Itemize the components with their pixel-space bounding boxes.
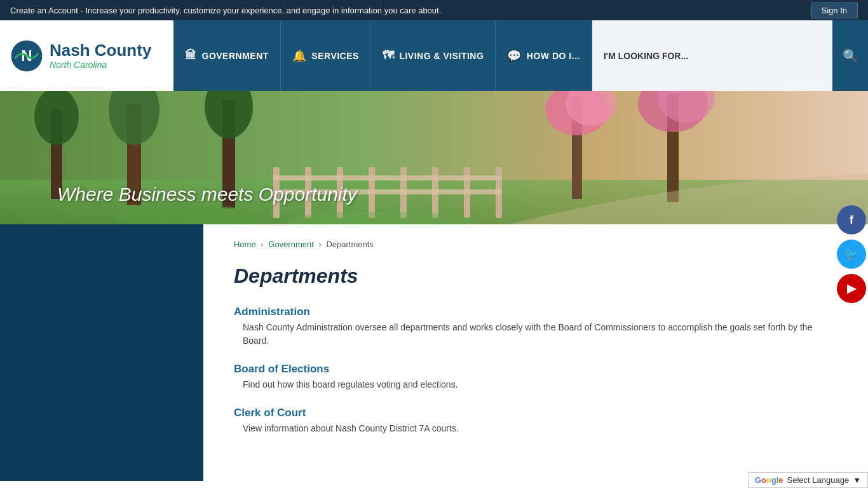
dept-elections-desc: Find out how this board regulates voting…	[234, 378, 837, 391]
content-area: Home › Government › Departments Departme…	[203, 224, 868, 481]
twitter-button[interactable]: 🐦	[837, 240, 866, 269]
breadcrumb-current: Departments	[326, 240, 373, 249]
language-label: Select Language	[787, 475, 850, 485]
logo-area[interactable]: N Nash County North Carolina	[0, 20, 173, 91]
breadcrumb-home[interactable]: Home	[234, 240, 256, 249]
nav-looking-for[interactable]: I'M LOOKING FOR...	[592, 20, 832, 91]
nav-government[interactable]: 🏛 GOVERNMENT	[173, 20, 281, 91]
youtube-button[interactable]: ▶	[837, 274, 866, 303]
services-icon: 🔔	[292, 49, 307, 63]
facebook-button[interactable]: f	[837, 205, 866, 234]
dept-elections: Board of Elections Find out how this boa…	[234, 363, 837, 391]
nav-search-button[interactable]: 🔍	[832, 20, 868, 91]
main-nav: 🏛 GOVERNMENT 🔔 SERVICES 🗺 LIVING & VISIT…	[173, 20, 868, 91]
sign-in-button[interactable]: Sign In	[811, 3, 858, 18]
breadcrumb-sep-2: ›	[318, 240, 321, 249]
language-arrow: ▼	[853, 475, 861, 485]
nav-living[interactable]: 🗺 LIVING & VISITING	[371, 20, 496, 91]
nav-howdoi-label: HOW DO I...	[527, 51, 580, 61]
google-logo: Google	[755, 475, 783, 485]
main-content: Home › Government › Departments Departme…	[0, 224, 868, 481]
hero-tagline: Where Business meets Opportunity	[57, 184, 357, 205]
howdoi-icon: 💬	[507, 49, 522, 63]
hero-section: Where Business meets Opportunity	[0, 91, 868, 224]
dept-clerk-desc: View information about Nash County Distr…	[234, 422, 837, 435]
search-icon: 🔍	[843, 48, 858, 64]
logo-icon: N	[10, 39, 43, 72]
banner-text: Create an Account - Increase your produc…	[10, 6, 811, 15]
breadcrumb-government[interactable]: Government	[268, 240, 314, 249]
top-banner: Create an Account - Increase your produc…	[0, 0, 868, 20]
dept-administration-desc: Nash County Administration oversee all d…	[234, 321, 837, 348]
dept-administration-link[interactable]: Administration	[234, 306, 837, 318]
twitter-icon: 🐦	[844, 247, 858, 261]
breadcrumb: Home › Government › Departments	[234, 240, 837, 249]
nav-howdoi[interactable]: 💬 HOW DO I...	[496, 20, 592, 91]
dept-elections-link[interactable]: Board of Elections	[234, 363, 837, 376]
logo-state: North Carolina	[50, 60, 151, 70]
sidebar-nav	[0, 224, 203, 481]
svg-rect-18	[273, 175, 502, 180]
nav-services-label: SERVICES	[311, 51, 359, 61]
breadcrumb-sep-1: ›	[261, 240, 263, 249]
social-sidebar: f 🐦 ▶	[835, 203, 868, 305]
nav-looking-label: I'M LOOKING FOR...	[604, 51, 688, 61]
nav-living-label: LIVING & VISITING	[399, 51, 484, 61]
youtube-icon: ▶	[847, 281, 856, 295]
living-icon: 🗺	[383, 49, 395, 62]
dept-clerk: Clerk of Court View information about Na…	[234, 407, 837, 435]
logo-text: Nash County North Carolina	[50, 41, 151, 70]
header: N Nash County North Carolina 🏛 GOVERNMEN…	[0, 20, 868, 91]
government-icon: 🏛	[185, 49, 197, 62]
dept-administration: Administration Nash County Administratio…	[234, 306, 837, 348]
facebook-icon: f	[850, 214, 853, 227]
departments-list: Administration Nash County Administratio…	[234, 306, 837, 435]
page-title: Departments	[234, 264, 837, 288]
dept-clerk-link[interactable]: Clerk of Court	[234, 407, 837, 419]
nav-government-label: GOVERNMENT	[202, 51, 269, 61]
language-selector[interactable]: Google Select Language ▼	[748, 472, 868, 488]
nav-services[interactable]: 🔔 SERVICES	[281, 20, 371, 91]
logo-county: Nash County	[50, 41, 151, 60]
